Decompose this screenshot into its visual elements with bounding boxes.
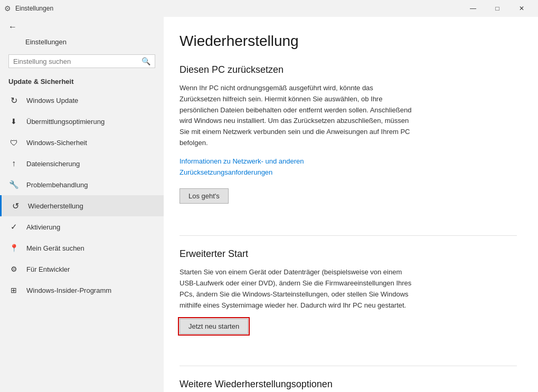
section1-link[interactable]: Informationen zu Netzwerk- und anderen Z… <box>180 156 517 178</box>
page-title: Wiederherstellung <box>180 33 517 50</box>
titlebar: ⚙ Einstellungen — □ ✕ <box>0 0 538 17</box>
neustart-button[interactable]: Jetzt neu starten <box>180 319 248 334</box>
problembehandlung-icon: 🔧 <box>8 179 19 190</box>
sidebar-item-wiederherstellung[interactable]: ↺ Wiederherstellung <box>0 195 164 216</box>
section2-title: Erweiterter Start <box>180 248 517 260</box>
titlebar-title: Einstellungen <box>15 5 461 12</box>
sidebar-item-label: Wiederherstellung <box>28 202 83 210</box>
aktivierung-icon: ✓ <box>8 222 19 232</box>
sidebar-item-dateiensicherung[interactable]: ↑ Dateiensicherung <box>0 153 164 174</box>
maximize-button[interactable]: □ <box>485 0 509 17</box>
dateiensicherung-icon: ↑ <box>8 158 19 169</box>
sidebar-item-label: Mein Gerät suchen <box>26 244 84 252</box>
sidebar-item-aktivierung[interactable]: ✓ Aktivierung <box>0 216 164 237</box>
sidebar-item-label: Für Entwickler <box>26 265 70 273</box>
window-controls: — □ ✕ <box>461 0 534 17</box>
section1-text: Wenn Ihr PC nicht ordnungsgemäß ausgefüh… <box>180 83 412 149</box>
windows-update-icon: ↻ <box>8 95 19 106</box>
back-button[interactable]: ← <box>0 17 164 37</box>
sidebar-item-windows-sicherheit[interactable]: 🛡 Windows-Sicherheit <box>0 132 164 153</box>
content-area: Wiederherstellung Diesen PC zurücksetzen… <box>164 17 538 392</box>
sidebar-item-label: Windows-Insider-Programm <box>26 286 111 294</box>
sidebar-item-insider[interactable]: ⊞ Windows-Insider-Programm <box>0 280 164 301</box>
losgehts-button[interactable]: Los geht's <box>180 188 229 204</box>
sidebar-section-header: Update & Sicherheit <box>0 74 164 90</box>
section1-title: Diesen PC zurücksetzen <box>180 64 517 75</box>
section3-title: Weitere Wiederherstellungsoptionen <box>180 379 517 390</box>
sidebar-app-title: Einstellungen <box>0 37 164 52</box>
uebermittlung-icon: ⬇ <box>8 116 19 127</box>
search-box: 🔍 <box>8 54 155 68</box>
minimize-button[interactable]: — <box>461 0 485 17</box>
sidebar-item-windows-update[interactable]: ↻ Windows Update <box>0 90 164 111</box>
sidebar-item-uebermittlung[interactable]: ⬇ Übermittlungsoptimierung <box>0 111 164 132</box>
sicherheit-icon: 🛡 <box>8 137 19 148</box>
search-button[interactable]: 🔍 <box>141 57 150 65</box>
sidebar-item-label: Windows-Sicherheit <box>26 139 87 147</box>
settings-icon: ⚙ <box>4 4 11 13</box>
sidebar-item-label: Problembehandlung <box>26 181 88 189</box>
sidebar-item-label: Windows Update <box>26 97 78 104</box>
sidebar-item-label: Aktivierung <box>26 223 60 231</box>
sidebar-item-entwickler[interactable]: ⚙ Für Entwickler <box>0 259 164 280</box>
section-divider-2 <box>180 366 517 366</box>
section2-text: Starten Sie von einem Gerät oder Datentr… <box>180 267 412 311</box>
mein-geraet-icon: 📍 <box>8 243 19 253</box>
sidebar-item-label: Übermittlungsoptimierung <box>26 118 105 126</box>
close-button[interactable]: ✕ <box>509 0 534 17</box>
app-container: ← Einstellungen 🔍 Update & Sicherheit ↻ … <box>0 17 538 392</box>
sidebar: ← Einstellungen 🔍 Update & Sicherheit ↻ … <box>0 17 164 392</box>
wiederherstellung-icon: ↺ <box>10 200 21 211</box>
section-divider <box>180 235 517 236</box>
sidebar-item-problembehandlung[interactable]: 🔧 Problembehandlung <box>0 174 164 195</box>
entwickler-icon: ⚙ <box>8 264 19 274</box>
search-input[interactable] <box>13 58 141 65</box>
back-icon: ← <box>8 22 17 32</box>
insider-icon: ⊞ <box>8 285 19 295</box>
sidebar-item-mein-geraet[interactable]: 📍 Mein Gerät suchen <box>0 237 164 259</box>
sidebar-item-label: Dateiensicherung <box>26 160 80 168</box>
